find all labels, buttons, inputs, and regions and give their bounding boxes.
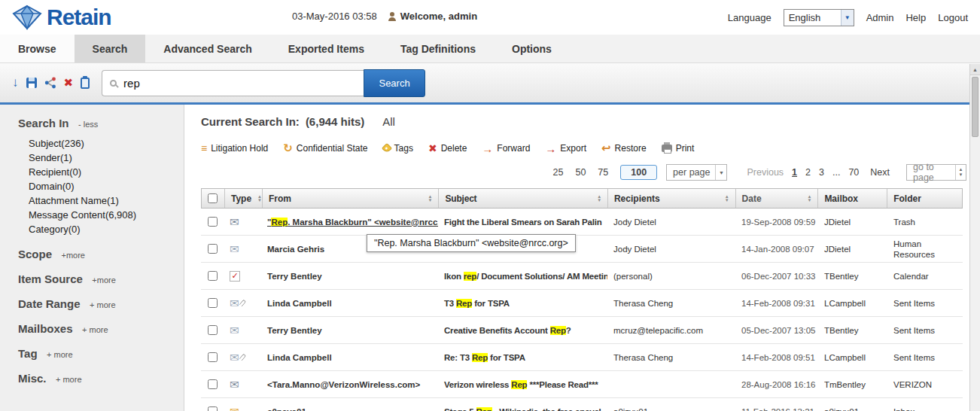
row-from[interactable]: Terry Bentley	[261, 272, 438, 281]
row-from[interactable]: Linda Campbell	[261, 353, 438, 362]
next-page-link[interactable]: Next	[870, 167, 890, 178]
table-row[interactable]: "Rep. Marsha Blackburn" <website@nrcc.or…	[201, 209, 963, 236]
admin-link[interactable]: Admin	[866, 12, 894, 23]
sort-arrows-icon[interactable]: ▲▼	[253, 195, 262, 202]
sidebar-title-scope[interactable]: Scope	[18, 248, 52, 260]
row-checkbox[interactable]	[208, 271, 218, 281]
column-header-from[interactable]: From ▲▼	[262, 189, 438, 208]
row-subject[interactable]: Creative Benefits Account Rep?	[438, 326, 607, 335]
page-size-50[interactable]: 50	[575, 167, 586, 178]
tab-tag-definitions[interactable]: Tag Definitions	[382, 35, 494, 62]
sidebar-item-recipient[interactable]: Recipient(0)	[29, 165, 178, 179]
download-icon[interactable]: ↓	[12, 75, 19, 90]
save-icon[interactable]	[26, 78, 37, 88]
page-1-current[interactable]: 1	[792, 167, 797, 178]
row-from[interactable]: c0neve01	[261, 407, 438, 411]
row-checkbox[interactable]	[208, 352, 218, 362]
sort-arrows-icon[interactable]: ▲▼	[592, 195, 601, 202]
row-checkbox[interactable]	[208, 325, 218, 335]
sidebar-item-message-content[interactable]: Message Content(6,908)	[29, 208, 178, 222]
go-to-page-input[interactable]: go to page ▲▼	[906, 164, 966, 181]
search-input[interactable]	[123, 77, 342, 90]
per-page-dropdown[interactable]: per page ▼	[666, 164, 727, 181]
row-subject[interactable]: Re: T3 Rep for TSPA	[438, 353, 607, 362]
search-button[interactable]: Search	[364, 69, 425, 97]
table-row[interactable]: c0neve01 Stage 5 Rep - Wikipedia, the fr…	[201, 398, 963, 411]
row-subject[interactable]: Ikon rep/ Document Solutions/ AM Meeting	[438, 272, 607, 281]
help-link[interactable]: Help	[905, 12, 926, 23]
tab-advanced-search[interactable]: Advanced Search	[145, 35, 270, 62]
sidebar-title-mailboxes[interactable]: Mailboxes	[18, 322, 73, 335]
sidebar-toggle-search-in[interactable]: - less	[78, 120, 98, 129]
column-header-recipients[interactable]: Recipients ▲▼	[607, 189, 735, 208]
column-header-mailbox[interactable]: Mailbox	[817, 189, 887, 208]
sidebar-toggle-item-source[interactable]: +more	[92, 276, 116, 285]
row-from[interactable]: "Rep. Marsha Blackburn" <website@nrcc.or	[261, 218, 438, 227]
sort-arrows-icon[interactable]: ▲▼	[720, 195, 729, 202]
table-row[interactable]: Linda Campbell Re: T3 Rep for TSPA Thera…	[201, 344, 963, 371]
sidebar-toggle-mailboxes[interactable]: + more	[82, 325, 108, 334]
sidebar-toggle-scope[interactable]: +more	[61, 251, 85, 260]
page-spinner[interactable]: ▲▼	[955, 165, 966, 180]
sidebar-title-search-in[interactable]: Search In	[18, 117, 69, 129]
row-subject[interactable]: Stage 5 Rep - Wikipedia, the free encycl	[438, 407, 607, 411]
row-checkbox[interactable]	[208, 244, 218, 254]
table-row[interactable]: <Tara.Manno@VerizonWireless.com> Verizon…	[201, 371, 963, 398]
tab-exported-items[interactable]: Exported Items	[270, 35, 382, 62]
page-size-75[interactable]: 75	[598, 167, 608, 178]
scope-all-link[interactable]: All	[382, 115, 395, 128]
sidebar-title-item-source[interactable]: Item Source	[18, 272, 83, 285]
print-button[interactable]: Print	[662, 143, 695, 154]
share-icon[interactable]	[44, 77, 56, 89]
table-row[interactable]: Terry Bentley Ikon rep/ Document Solutio…	[201, 263, 963, 290]
sidebar-title-tag[interactable]: Tag	[18, 347, 38, 360]
sidebar-title-misc[interactable]: Misc.	[18, 372, 47, 385]
language-select[interactable]: English ▼	[784, 9, 854, 26]
page-2-link[interactable]: 2	[805, 167, 811, 178]
row-checkbox[interactable]	[208, 379, 218, 389]
row-subject[interactable]: T3 Rep for TSPA	[438, 299, 607, 308]
table-row[interactable]: Linda Campbell T3 Rep for TSPA Therasa C…	[201, 290, 963, 317]
table-row[interactable]: Terry Bentley Creative Benefits Account …	[201, 317, 963, 344]
forward-button[interactable]: → Forward	[482, 142, 530, 155]
sidebar-item-sender[interactable]: Sender(1)	[29, 151, 178, 165]
previous-page-link[interactable]: Previous	[747, 167, 784, 178]
column-header-folder[interactable]: Folder	[887, 189, 962, 208]
export-button[interactable]: → Export	[545, 142, 586, 155]
column-header-subject[interactable]: Subject ▲▼	[438, 189, 607, 208]
select-all-checkbox[interactable]	[208, 193, 218, 203]
vertical-scrollbar[interactable]: ▲	[969, 64, 980, 411]
row-checkbox[interactable]	[208, 217, 218, 227]
sidebar-toggle-tag[interactable]: + more	[47, 350, 73, 359]
sidebar-item-subject[interactable]: Subject(236)	[29, 136, 178, 151]
row-from[interactable]: Linda Campbell	[261, 299, 438, 308]
clipboard-icon[interactable]	[81, 78, 90, 89]
row-from[interactable]: <Tara.Manno@VerizonWireless.com>	[261, 380, 438, 389]
row-subject[interactable]: Fight the Liberal Smears on Sarah Palin	[438, 218, 607, 227]
page-3-link[interactable]: 3	[819, 167, 824, 178]
tab-browse[interactable]: Browse	[0, 35, 75, 62]
confidential-state-button[interactable]: ↻ Confidential State	[283, 142, 367, 155]
page-70-link[interactable]: 70	[848, 167, 859, 178]
row-subject[interactable]: Verizon wireless Rep ***Please Read***	[438, 380, 607, 389]
page-size-100-selected[interactable]: 100	[620, 165, 657, 180]
column-header-date[interactable]: Date ▲▼	[735, 189, 818, 208]
sidebar-item-attachment-name[interactable]: Attachment Name(1)	[29, 193, 178, 208]
tab-options[interactable]: Options	[494, 35, 570, 62]
row-from[interactable]: Terry Bentley	[261, 326, 438, 335]
litigation-hold-button[interactable]: ≡ Litigation Hold	[201, 142, 268, 154]
sort-arrows-icon[interactable]: ▲▼	[424, 195, 433, 202]
column-header-type[interactable]: Type ▲▼	[224, 189, 262, 208]
sort-arrows-icon[interactable]: ▲▼	[802, 195, 811, 202]
sidebar-toggle-date-range[interactable]: + more	[90, 300, 116, 309]
table-row[interactable]: Marcia Gehris Jody Dietel 14-Jan-2008 09…	[201, 236, 963, 263]
tags-button[interactable]: Tags	[383, 143, 413, 154]
sidebar-toggle-misc[interactable]: + more	[56, 375, 82, 384]
sidebar-item-category[interactable]: Category(0)	[29, 222, 178, 236]
page-size-25[interactable]: 25	[553, 167, 564, 178]
search-box[interactable]	[102, 70, 364, 96]
tab-search[interactable]: Search	[75, 35, 146, 62]
delete-search-icon[interactable]: ✖	[64, 76, 74, 90]
scroll-up-icon[interactable]: ▲	[970, 64, 980, 75]
delete-button[interactable]: ✖ Delete	[428, 142, 467, 154]
